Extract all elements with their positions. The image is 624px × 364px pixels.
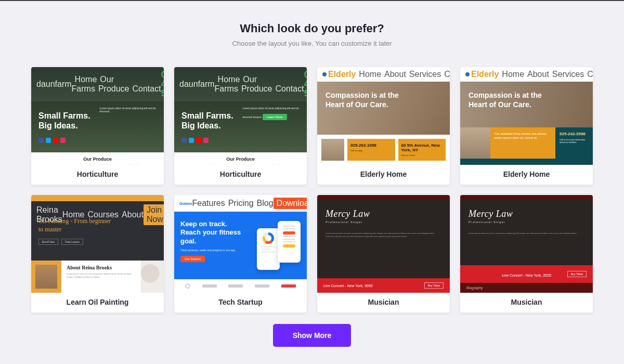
template-grid: daunfarm HomeOur FarmsProduceContact 02 … <box>31 67 593 313</box>
template-thumbnail: daunfarm HomeOur FarmsProduceContact 02 … <box>174 67 307 165</box>
thumb-headline: Compassion is at the Heart of Our Care. <box>469 91 557 109</box>
thumb-nav: HomeAboutServicesContact <box>499 70 593 79</box>
thumb-about-title: About Reina Brooks <box>67 265 136 270</box>
thumb-device-mockup <box>256 220 301 271</box>
template-thumbnail: daunfarm HomeOur FarmsProduceContact 02 … <box>31 67 164 165</box>
thumb-banner-text: Live Concert - New York, 9090 <box>323 284 373 288</box>
thumb-headline: Keep on track. Reach your fitness goal. <box>180 220 248 245</box>
thumb-bio-heading: Biography <box>460 283 593 293</box>
template-label: Elderly Home <box>317 165 450 185</box>
template-label: Musician <box>317 293 450 313</box>
template-thumbnail: Elderly HomeAboutServicesContact Compass… <box>317 67 450 165</box>
template-thumbnail: Mercy Law Professional Singer Lorem ipsu… <box>460 195 593 293</box>
social-icons <box>38 138 96 143</box>
thumb-headline: Compassion is at the Heart of Our Care. <box>326 91 414 109</box>
template-card-musician[interactable]: Mercy Law Professional Singer Lorem ipsu… <box>317 195 450 313</box>
thumb-nav: FeaturesPricingBlog <box>192 199 274 208</box>
thumb-nav-cta: Download <box>274 198 307 209</box>
thumb-image <box>321 139 344 161</box>
template-label: Learn Oil Painting <box>31 293 164 313</box>
template-label: Horticulture <box>174 165 307 185</box>
template-card-horticulture[interactable]: daunfarm HomeOur FarmsProduceContact 02 … <box>31 67 164 185</box>
thumb-image <box>460 127 490 159</box>
thumb-phone: 02 448 5581 <box>161 70 164 98</box>
template-thumbnail: Mercy Law Professional Singer Lorem ipsu… <box>317 195 450 293</box>
template-card-musician[interactable]: Mercy Law Professional Singer Lorem ipsu… <box>460 195 593 313</box>
thumb-banner-cta: Buy Ticket <box>424 282 444 289</box>
thumb-panel-text: Our assisted living centers are places l… <box>495 132 551 140</box>
thumb-artist-name: Mercy Law <box>326 209 441 219</box>
thumb-cta: Learn More <box>263 114 287 120</box>
thumb-phone: 02 448 5581 <box>304 70 307 98</box>
thumb-call-number: 925-242-3598 <box>560 132 589 136</box>
template-card-horticulture[interactable]: daunfarm HomeOur FarmsProduceContact 02 … <box>174 67 307 185</box>
thumb-image <box>31 261 61 293</box>
show-more-button[interactable]: Show More <box>273 324 352 347</box>
page-subtitle: Choose the layout you like. You can cust… <box>31 40 593 47</box>
template-thumbnail: Reina Brooks HomeCoursesAbout Join Now O… <box>31 195 164 293</box>
template-label: Elderly Home <box>460 165 593 185</box>
thumb-portrait <box>141 261 164 293</box>
thumb-artist-sub: Professional Singer <box>469 220 584 224</box>
thumb-brand: daunfarm <box>179 80 215 89</box>
thumb-section-title: Our Produce <box>180 157 301 162</box>
thumb-banner-cta: Buy Ticket <box>567 271 587 277</box>
thumb-nav: HomeAboutServicesContact <box>356 70 450 79</box>
thumb-cta: Get Started <box>180 256 205 262</box>
template-label: Tech Startup <box>174 293 307 313</box>
thumb-headline: Small Farms. <box>181 111 233 120</box>
thumb-banner-text: Live Concert - New York, 2020 <box>502 274 551 277</box>
social-icons <box>181 138 239 143</box>
thumb-brand: Gobion <box>179 202 192 205</box>
thumb-brand: Elderly <box>465 70 499 79</box>
thumb-brand: daunfarm <box>36 80 72 89</box>
template-label: Musician <box>460 293 593 313</box>
template-card-tech-startup[interactable]: Gobion FeaturesPricingBlog Download Keep… <box>174 195 307 313</box>
thumb-nav: HomeOur FarmsProduceContact <box>215 75 304 94</box>
thumb-brand: Elderly <box>322 70 356 79</box>
template-card-oil-painting[interactable]: Reina Brooks HomeCoursesAbout Join Now O… <box>31 195 164 313</box>
thumb-artist-sub: Professional Singer <box>326 220 441 224</box>
thumb-info-phone: 925-262-1058 <box>350 143 392 148</box>
page-title: Which look do you prefer? <box>31 22 593 35</box>
thumb-headline: Small Farms. <box>38 111 90 120</box>
thumb-info-address: 60 5th Avenue, New York, NY <box>401 143 443 152</box>
thumb-nav: Reina Brooks HomeCoursesAbout Join Now <box>31 204 164 225</box>
thumb-artist-name: Mercy Law <box>469 209 584 219</box>
template-card-elderly-home[interactable]: Elderly HomeAboutServicesContact Compass… <box>317 67 450 185</box>
thumb-nav: HomeOur FarmsProduceContact <box>72 75 161 94</box>
template-thumbnail: Gobion FeaturesPricingBlog Download Keep… <box>174 195 307 293</box>
template-label: Horticulture <box>31 165 164 185</box>
template-card-elderly-home[interactable]: Elderly HomeAboutServicesContact Compass… <box>460 67 593 185</box>
thumb-partner-logos <box>174 279 307 293</box>
thumb-section-title: Our Produce <box>37 157 158 162</box>
template-thumbnail: Elderly HomeAboutServicesContact Compass… <box>460 67 593 165</box>
